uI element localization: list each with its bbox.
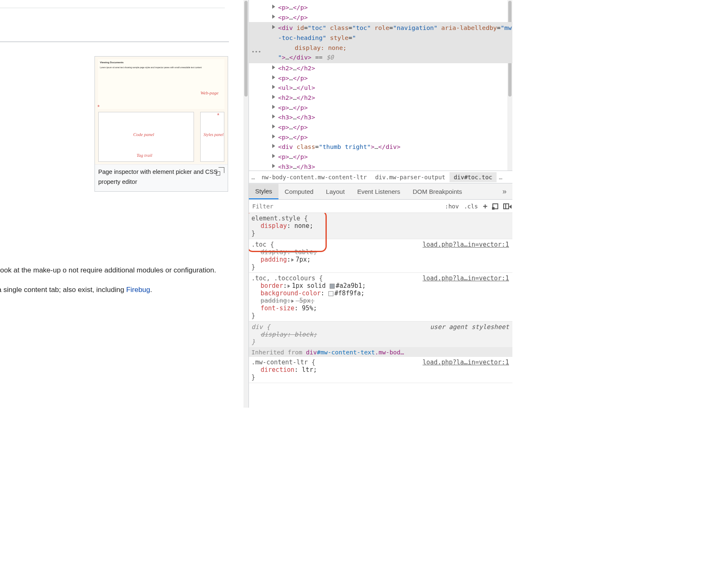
breadcrumb-item[interactable]: nw-body-content.mw-content-ltr bbox=[257, 172, 371, 182]
overflow-indicator-icon[interactable]: ••• bbox=[251, 48, 261, 57]
expand-icon[interactable] bbox=[272, 105, 275, 109]
toggle-sidebar-icon[interactable] bbox=[503, 203, 509, 209]
dom-node[interactable]: <p>…</p> bbox=[249, 103, 512, 113]
tab-dom-breakpoints[interactable]: DOM Breakpoints bbox=[407, 184, 468, 199]
link-firebug[interactable]: Firebug bbox=[126, 286, 150, 294]
inherited-separator: Inherited from div#mw-content-text.mw-bo… bbox=[249, 348, 512, 357]
rule-toc[interactable]: load.php?la…in=vector:1 .toc { display: … bbox=[249, 239, 512, 273]
thumb-label-code: Code panel bbox=[133, 131, 154, 138]
filter-input[interactable] bbox=[249, 203, 299, 210]
dom-node[interactable]: <p>…</p> bbox=[249, 73, 512, 83]
tab-styles[interactable]: Styles bbox=[249, 184, 278, 199]
expand-icon[interactable] bbox=[272, 114, 275, 119]
expand-shorthand-icon[interactable] bbox=[288, 285, 290, 288]
expand-icon[interactable] bbox=[272, 154, 275, 158]
rule-element-style[interactable]: element.style { display: none; } bbox=[249, 213, 512, 239]
dom-node[interactable]: <p>…</p> bbox=[249, 132, 512, 142]
expand-shorthand-icon[interactable] bbox=[291, 299, 294, 303]
expand-icon[interactable] bbox=[272, 85, 275, 89]
expand-icon[interactable] bbox=[272, 15, 275, 19]
hover-toggle[interactable]: :hov bbox=[445, 203, 459, 210]
tab-layout[interactable]: Layout bbox=[320, 184, 351, 199]
expand-icon[interactable] bbox=[272, 164, 275, 168]
dom-node[interactable]: <p>…</p> bbox=[249, 2, 512, 12]
rule-toccolours[interactable]: load.php?la…in=vector:1 .toc, .toccolour… bbox=[249, 273, 512, 322]
expand-icon[interactable] bbox=[272, 134, 275, 139]
dom-node[interactable]: <div class="thumb tright">…</div> bbox=[249, 142, 512, 152]
article-pane: Viewing DocumentsLorem ipsum sit amet te… bbox=[0, 0, 248, 408]
styles-filter-bar: :hov .cls + bbox=[249, 200, 512, 213]
class-toggle[interactable]: .cls bbox=[464, 203, 478, 210]
tab-event-listeners[interactable]: Event Listeners bbox=[351, 184, 406, 199]
inline-style: display: none; bbox=[295, 44, 347, 51]
expand-icon[interactable] bbox=[272, 5, 275, 9]
rule-div-ua[interactable]: user agent stylesheet div { display: blo… bbox=[249, 322, 512, 348]
thumbnail-image[interactable]: Viewing DocumentsLorem ipsum sit amet te… bbox=[95, 57, 228, 165]
rule-source-link[interactable]: load.php?la…in=vector:1 bbox=[422, 275, 509, 282]
console-ref: $0 bbox=[326, 54, 334, 61]
rule-source-ua: user agent stylesheet bbox=[430, 323, 509, 331]
styles-tabs: Styles Computed Layout Event Listeners D… bbox=[249, 183, 512, 200]
style-rules: element.style { display: none; } load.ph… bbox=[249, 213, 512, 408]
dom-node[interactable]: <h2>…</h2> bbox=[249, 63, 512, 73]
paragraph: irefox 4).[4][5] The Web Console applies… bbox=[0, 284, 228, 296]
dom-node[interactable]: <p>…</p> bbox=[249, 152, 512, 162]
expand-icon[interactable] bbox=[272, 124, 275, 129]
tab-computed[interactable]: Computed bbox=[278, 184, 320, 199]
color-swatch[interactable] bbox=[330, 284, 335, 289]
breadcrumb-overflow[interactable]: … bbox=[497, 172, 505, 182]
thumb-label-styles: Styles panel bbox=[204, 131, 224, 139]
dom-node[interactable]: <h2>…</h2> bbox=[249, 93, 512, 103]
expand-icon[interactable] bbox=[272, 144, 275, 148]
rule-source-link[interactable]: load.php?la…in=vector:1 bbox=[422, 359, 509, 366]
breadcrumb-item-selected[interactable]: div#toc.toc bbox=[450, 172, 497, 182]
thumb-label-webpage: Web-page bbox=[200, 89, 219, 96]
dom-node[interactable]: <h3>…</h3> bbox=[249, 112, 512, 122]
dom-node[interactable]: <p>…</p> bbox=[249, 12, 512, 22]
breadcrumb-item[interactable]: div.mw-parser-output bbox=[371, 172, 450, 182]
rule-mw-content-ltr[interactable]: load.php?la…in=vector:1 .mw-content-ltr … bbox=[249, 357, 512, 383]
expand-icon[interactable] bbox=[272, 65, 275, 69]
expand-icon[interactable] bbox=[272, 75, 275, 79]
color-swatch[interactable] bbox=[328, 291, 333, 296]
expand-icon[interactable] bbox=[272, 95, 275, 99]
new-rule-icon[interactable]: + bbox=[483, 202, 487, 210]
dom-node-selected[interactable]: ••• <div id="toc" class="toc" role="navi… bbox=[249, 22, 512, 63]
thumbnail-caption: Page inspector with element picker and C… bbox=[98, 168, 218, 185]
thumb-label-tag: Tag trail bbox=[137, 151, 152, 159]
thumbnail: Viewing DocumentsLorem ipsum sit amet te… bbox=[94, 56, 228, 192]
dom-tree[interactable]: <p>…</p> <p>…</p> ••• <div id="toc" clas… bbox=[249, 0, 512, 171]
dom-node[interactable]: <h3>…</h3> bbox=[249, 162, 512, 171]
expand-icon[interactable] bbox=[272, 25, 275, 29]
paragraph: at allow web designers and developers to… bbox=[0, 265, 228, 276]
dom-node[interactable]: <p>…</p> bbox=[249, 122, 512, 132]
tabs-overflow-icon[interactable]: » bbox=[497, 187, 512, 196]
enlarge-icon[interactable] bbox=[219, 167, 224, 173]
devtools-pane: <p>…</p> <p>…</p> ••• <div id="toc" clas… bbox=[248, 0, 512, 408]
breadcrumb-overflow[interactable]: … bbox=[249, 172, 257, 182]
expand-shorthand-icon[interactable] bbox=[291, 258, 294, 262]
dom-node[interactable]: <ul>…</ul> bbox=[249, 83, 512, 93]
rule-source-link[interactable]: load.php?la…in=vector:1 bbox=[422, 241, 509, 248]
device-toolbar-icon[interactable] bbox=[492, 203, 498, 209]
breadcrumb: … nw-body-content.mw-content-ltr div.mw-… bbox=[249, 171, 512, 183]
paragraph: Tools (as of version 8)[8][9] bbox=[0, 312, 228, 324]
